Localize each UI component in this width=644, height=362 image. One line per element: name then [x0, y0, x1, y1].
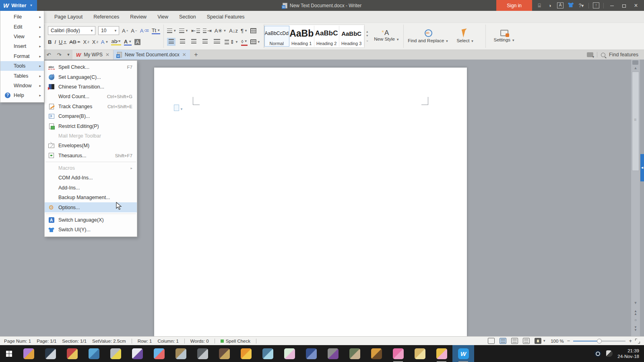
- taskbar-app-twilight[interactable]: [322, 345, 344, 362]
- tools-menu-item-word-count[interactable]: Word Count...Ctrl+Shift+G: [45, 92, 137, 101]
- menu-item-file[interactable]: File▸: [0, 12, 44, 22]
- settings-button[interactable]: Settings ▼: [490, 23, 519, 49]
- ruler-toggle-icon[interactable]: [632, 60, 638, 65]
- distribute-button[interactable]: [212, 38, 222, 46]
- menu-item-view[interactable]: View▸: [0, 32, 44, 41]
- tools-menu-item-com-add-ins[interactable]: COM Add-Ins...: [45, 173, 137, 183]
- taskbar-app-pinkie[interactable]: [387, 345, 409, 362]
- insert-table-icon[interactable]: [250, 28, 256, 33]
- taskbar-app-derpy-bell[interactable]: [105, 345, 126, 362]
- border-button[interactable]: ▼: [250, 39, 260, 44]
- tab-new-text-document[interactable]: New Text Document.docx ✕: [114, 50, 190, 60]
- numbered-list-button[interactable]: ▼: [179, 29, 188, 33]
- undo-history-dropdown[interactable]: ▼: [64, 50, 72, 60]
- sort-button[interactable]: A↓z: [229, 28, 238, 34]
- ribbon-tab-review[interactable]: Review: [130, 14, 147, 20]
- fit-page-icon[interactable]: [635, 339, 640, 343]
- style-heading-1[interactable]: AaBbHeading 1: [289, 26, 314, 47]
- change-case-button[interactable]: Tt ▼: [152, 27, 160, 34]
- style-normal[interactable]: AaBbCcDdNormal: [264, 26, 289, 47]
- zoom-out-button[interactable]: −: [567, 338, 570, 344]
- tools-menu-item-set-language-c[interactable]: Set Language(C)...: [45, 72, 137, 82]
- taskbar-clock[interactable]: 21:39 24-Nov-18: [617, 348, 639, 359]
- fullscreen-view-icon[interactable]: [488, 338, 495, 344]
- taskbar-app-wps-writer[interactable]: W: [452, 345, 474, 362]
- ribbon-tab-page-layout[interactable]: Page Layout: [54, 14, 83, 20]
- print-layout-view-icon[interactable]: [500, 338, 506, 344]
- menu-item-help[interactable]: ?Help▸: [0, 90, 44, 100]
- font-color-button[interactable]: A ▼: [124, 39, 132, 45]
- taskbar-app-rarity[interactable]: [126, 345, 148, 362]
- taskbar-app-celestia[interactable]: [279, 345, 300, 362]
- chevron-down-icon[interactable]: ▼: [543, 339, 546, 343]
- tools-menu-item-restrict-editing-p[interactable]: Restrict Editing(P): [45, 121, 137, 131]
- taskbar-app-trixie[interactable]: [83, 345, 105, 362]
- ribbon-tab-references[interactable]: References: [93, 14, 119, 20]
- ribbon-tab-section[interactable]: Section: [179, 14, 196, 20]
- shading-button[interactable]: ⬨▼: [241, 38, 248, 46]
- bold-button[interactable]: B: [48, 39, 52, 45]
- web-layout-view-icon[interactable]: [523, 338, 530, 344]
- close-button[interactable]: ×: [632, 2, 640, 9]
- style-heading-2[interactable]: AaBbCHeading 2: [314, 26, 339, 47]
- align-right-button[interactable]: [190, 38, 198, 46]
- tools-menu-item-compare-b[interactable]: Compare(B)...: [45, 111, 137, 121]
- increase-indent-button[interactable]: ⇥: [203, 28, 212, 34]
- superscript-button[interactable]: X2: [83, 39, 89, 45]
- ribbon-tab-view[interactable]: View: [157, 14, 168, 20]
- highlight-color-button[interactable]: ab̷ ▼: [111, 38, 121, 45]
- bullet-list-button[interactable]: ▼: [167, 29, 176, 33]
- menu-item-window[interactable]: Window▸: [0, 81, 44, 90]
- taskbar-app-luna[interactable]: [300, 345, 322, 362]
- help-icon[interactable]: ?▾: [578, 3, 584, 8]
- line-spacing-button[interactable]: ⇕▼: [225, 39, 238, 45]
- taskbar-app-soarin[interactable]: [257, 345, 279, 362]
- next-page-button[interactable]: ▼▼: [631, 326, 640, 331]
- text-direction-button[interactable]: A✳▼: [215, 28, 227, 34]
- scrollbar-thumb[interactable]: [632, 72, 639, 171]
- tools-menu-item-switch-language-x[interactable]: ASwitch Language(X): [45, 215, 137, 225]
- style-gallery-scroll[interactable]: ▲▼⌄: [365, 23, 370, 49]
- outline-view-icon[interactable]: [511, 338, 518, 344]
- zoom-slider[interactable]: [573, 341, 625, 341]
- menu-item-insert[interactable]: Insert▸: [0, 41, 44, 51]
- tools-menu-item-chinese-transition[interactable]: Chinese Transition...: [45, 82, 137, 92]
- share-panel-icon[interactable]: [587, 52, 593, 57]
- maximize-button[interactable]: [620, 2, 628, 8]
- page-options-button[interactable]: ▼: [174, 105, 183, 111]
- tools-menu-item-options[interactable]: ⚙Options...: [45, 202, 137, 212]
- taskbar-app-discord[interactable]: [344, 345, 365, 362]
- find-features-button[interactable]: Find features: [609, 52, 638, 58]
- redo-button[interactable]: ↷: [54, 50, 64, 60]
- menu-item-edit[interactable]: Edit▸: [0, 22, 44, 31]
- tools-menu-item-thesaurus[interactable]: Thesaurus...Shift+F7: [45, 151, 137, 160]
- taskbar-app-daring-do[interactable]: [213, 345, 235, 362]
- taskbar-app-applejack[interactable]: [365, 345, 387, 362]
- align-center-button[interactable]: [178, 38, 187, 46]
- tools-menu-item-switch-ui-y[interactable]: Switch UI(Y)...: [45, 225, 137, 234]
- sidebar-collapse-handle[interactable]: ◀: [640, 154, 644, 181]
- taskbar-app-scootaloo[interactable]: [18, 345, 39, 362]
- spell-check-status[interactable]: Spell Check: [221, 339, 250, 343]
- select-button[interactable]: Select ▼: [452, 23, 478, 49]
- shrink-font-button[interactable]: A−: [131, 28, 137, 34]
- scroll-up-icon[interactable]: ▲: [631, 66, 640, 70]
- eye-protection-icon[interactable]: [535, 338, 541, 344]
- font-name-select[interactable]: Calibri (Body)▼: [48, 26, 95, 35]
- tools-menu-item-add-ins[interactable]: Add-Ins...: [45, 183, 137, 193]
- new-style-button[interactable]: A New Style ▼: [370, 23, 403, 49]
- style-heading-3[interactable]: AaBbCHeading 3: [339, 26, 364, 47]
- docer-icon[interactable]: ◑: [547, 3, 553, 8]
- browse-object-button[interactable]: ○: [631, 319, 640, 321]
- new-tab-button[interactable]: +: [190, 50, 202, 60]
- minimize-button[interactable]: [608, 2, 616, 8]
- language-icon[interactable]: A: [557, 2, 564, 8]
- undo-button[interactable]: ↶: [43, 50, 54, 60]
- taskbar-app-rainbow-dash[interactable]: [148, 345, 170, 362]
- previous-page-button[interactable]: ▲▲: [631, 310, 640, 315]
- subscript-button[interactable]: X2: [92, 39, 98, 45]
- steam-tray-icon[interactable]: [594, 350, 601, 357]
- taskbar-app-spitfire[interactable]: [235, 345, 257, 362]
- align-left-button[interactable]: [167, 38, 175, 46]
- text-effects-button[interactable]: A ▼: [101, 39, 109, 45]
